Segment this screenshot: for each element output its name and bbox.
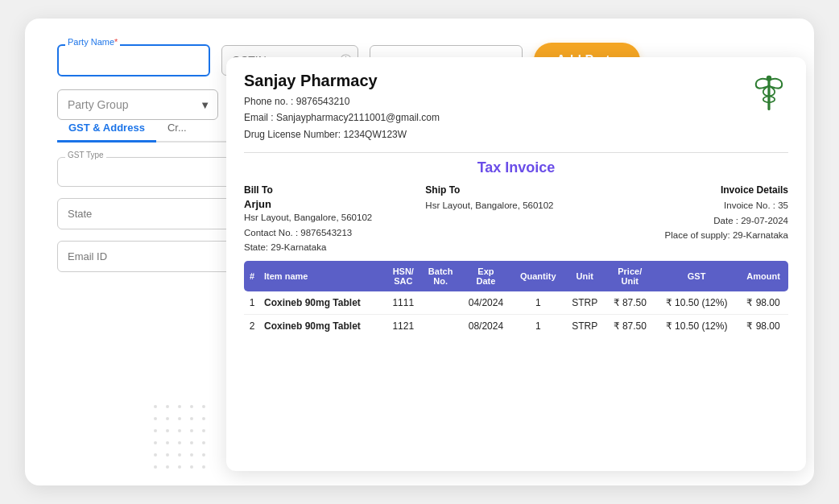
col-amount: Amount bbox=[738, 261, 788, 291]
col-gst: GST bbox=[655, 261, 738, 291]
invoice-table-body: 1 Coxineb 90mg Tablet 1111 04/2024 1 STR… bbox=[244, 291, 788, 337]
cell-unit: STRP bbox=[564, 291, 605, 315]
cell-amount: ₹ 98.00 bbox=[738, 291, 788, 315]
col-item: Item name bbox=[260, 261, 386, 291]
bill-to-heading: Bill To bbox=[244, 184, 425, 196]
tab-gst-address[interactable]: GST & Address bbox=[57, 115, 156, 143]
bill-section: Bill To Arjun Hsr Layout, Bangalore, 560… bbox=[244, 184, 788, 254]
gst-type-wrapper: GST Type Unregistered/Consumer bbox=[57, 157, 250, 187]
gst-type-label: GST Type bbox=[65, 151, 106, 159]
caduceus-icon bbox=[750, 72, 788, 114]
pharmacy-email: Email : Sanjaypharmacy2111001@gmail.com bbox=[244, 109, 440, 126]
invoice-header: Sanjay Pharmacy Phone no. : 9876543210 E… bbox=[244, 72, 788, 153]
col-price: Price/Unit bbox=[605, 261, 655, 291]
cell-gst: ₹ 10.50 (12%) bbox=[655, 315, 738, 338]
party-name-field: Party Name* Arjun bbox=[57, 44, 210, 76]
tabs-area: GST & Address Cr... GST Type Unregistere… bbox=[57, 115, 250, 272]
cell-hsn: 1121 bbox=[386, 315, 421, 338]
cell-exp: 08/2024 bbox=[460, 315, 511, 338]
bill-to-contact: Contact No. : 9876543213 bbox=[244, 225, 425, 240]
form-fields: GST Type Unregistered/Consumer bbox=[57, 157, 250, 272]
cell-qty: 1 bbox=[511, 315, 564, 338]
cell-price: ₹ 87.50 bbox=[605, 315, 655, 338]
cell-exp: 04/2024 bbox=[460, 291, 511, 315]
pharmacy-phone: Phone no. : 9876543210 bbox=[244, 93, 440, 109]
cell-price: ₹ 87.50 bbox=[605, 291, 655, 315]
bill-to-state: State: 29-Karnataka bbox=[244, 240, 425, 254]
tabs: GST & Address Cr... bbox=[57, 115, 250, 143]
cell-item: Coxineb 90mg Tablet bbox=[260, 315, 386, 338]
col-qty: Quantity bbox=[511, 261, 564, 291]
invoice-date: Date : 29-07-2024 bbox=[607, 213, 788, 228]
svg-point-1 bbox=[767, 76, 771, 81]
col-batch: BatchNo. bbox=[421, 261, 461, 291]
ship-to-col: Ship To Hsr Layout, Bangalore, 560102 bbox=[425, 184, 606, 254]
table-header-row: # Item name HSN/SAC BatchNo. ExpDate Qua… bbox=[244, 261, 788, 291]
party-name-input[interactable]: Arjun bbox=[57, 44, 210, 76]
main-container: Party Name* Arjun ⓘ 9876543210 Add Party… bbox=[25, 19, 814, 485]
col-hsn: HSN/SAC bbox=[386, 261, 421, 291]
pharmacy-info-block: Sanjay Pharmacy Phone no. : 9876543210 E… bbox=[244, 72, 440, 143]
gst-type-input[interactable]: Unregistered/Consumer bbox=[57, 157, 234, 187]
cell-batch bbox=[421, 291, 461, 315]
invoice-details-heading: Invoice Details bbox=[607, 184, 788, 196]
col-unit: Unit bbox=[564, 261, 605, 291]
dots-pattern bbox=[154, 405, 210, 469]
cell-item: Coxineb 90mg Tablet bbox=[260, 291, 386, 315]
invoice-details-col: Invoice Details Invoice No. : 35 Date : … bbox=[607, 184, 788, 254]
ship-to-address: Hsr Layout, Bangalore, 560102 bbox=[425, 198, 606, 213]
svg-rect-0 bbox=[767, 78, 770, 110]
cell-num: 2 bbox=[244, 315, 260, 338]
cell-batch bbox=[421, 315, 461, 338]
cell-hsn: 1111 bbox=[386, 291, 421, 315]
party-name-label: Party Name* bbox=[65, 37, 120, 47]
cell-amount: ₹ 98.00 bbox=[738, 315, 788, 338]
cell-unit: STRP bbox=[564, 315, 605, 338]
cell-num: 1 bbox=[244, 291, 260, 315]
invoice-table: # Item name HSN/SAC BatchNo. ExpDate Qua… bbox=[244, 261, 788, 337]
place-of-supply: Place of supply: 29-Karnataka bbox=[607, 228, 788, 242]
tax-invoice-title: Tax Invoice bbox=[244, 159, 788, 176]
table-row: 1 Coxineb 90mg Tablet 1111 04/2024 1 STR… bbox=[244, 291, 788, 315]
table-row: 2 Coxineb 90mg Tablet 1121 08/2024 1 STR… bbox=[244, 315, 788, 338]
bill-to-col: Bill To Arjun Hsr Layout, Bangalore, 560… bbox=[244, 184, 425, 254]
col-num: # bbox=[244, 261, 260, 291]
tab-cr[interactable]: Cr... bbox=[156, 115, 198, 143]
pharmacy-name: Sanjay Pharmacy bbox=[244, 72, 440, 90]
invoice-panel: Sanjay Pharmacy Phone no. : 9876543210 E… bbox=[226, 57, 806, 471]
bill-to-address: Hsr Layout, Bangalore, 560102 bbox=[244, 210, 425, 225]
email-input[interactable] bbox=[57, 241, 234, 272]
cell-gst: ₹ 10.50 (12%) bbox=[655, 291, 738, 315]
cell-qty: 1 bbox=[511, 291, 564, 315]
pharmacy-drug-license: Drug License Number: 1234QW123W bbox=[244, 126, 440, 143]
ship-to-heading: Ship To bbox=[425, 184, 606, 196]
bill-to-name: Arjun bbox=[244, 198, 425, 210]
state-input[interactable] bbox=[57, 198, 234, 229]
invoice-no: Invoice No. : 35 bbox=[607, 198, 788, 213]
pharmacy-logo bbox=[750, 72, 788, 117]
col-exp: ExpDate bbox=[460, 261, 511, 291]
